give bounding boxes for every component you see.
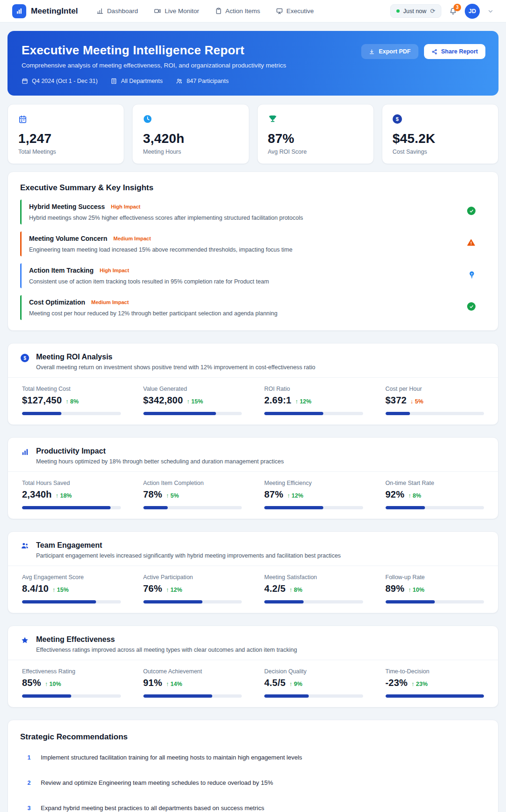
hero-banner: Executive Meeting Intelligence Report Co…: [7, 31, 499, 96]
metric-label: Meeting Satisfaction: [264, 574, 363, 581]
nav-action-items[interactable]: Action Items: [215, 7, 260, 15]
chevron-down-icon[interactable]: [487, 8, 494, 15]
progress-track: [386, 600, 484, 603]
stat-value: 87%: [268, 131, 363, 146]
progress-track: [22, 506, 121, 509]
metric-delta: ↑ 15%: [187, 398, 203, 405]
nav-live-monitor[interactable]: Live Monitor: [154, 7, 199, 15]
metric-delta: ↑ 14%: [166, 681, 182, 687]
progress-fill: [386, 412, 410, 415]
section-title: Meeting Effectiveness: [36, 635, 297, 644]
metric-value: 78%: [143, 489, 163, 500]
video-icon: [154, 7, 161, 15]
sync-status[interactable]: Just now ⟳: [390, 4, 441, 18]
bar-chart-icon: [20, 448, 30, 465]
stat-value: 1,247: [18, 131, 113, 146]
insight-description: Hybrid meetings show 25% higher effectiv…: [29, 215, 303, 221]
star-icon: [20, 636, 30, 653]
clipboard-icon: [215, 7, 222, 15]
metric-delta: ↑ 9%: [289, 681, 302, 687]
progress-track: [386, 412, 484, 415]
metric-value: 87%: [264, 489, 283, 500]
impact-badge: Medium Impact: [113, 236, 151, 241]
nav-label: Action Items: [225, 7, 260, 15]
metric-delta: ↑ 5%: [166, 492, 179, 499]
metric-meeting-efficiency: Meeting Efficiency 87%↑ 12%: [264, 480, 363, 509]
progress-fill: [22, 506, 111, 509]
sync-label: Just now: [403, 8, 426, 15]
stat-meeting-hours: 3,420h Meeting Hours: [132, 104, 249, 164]
stat-label: Meeting Hours: [143, 149, 238, 155]
insight-description: Meeting cost per hour reduced by 12% thr…: [29, 310, 277, 317]
stat-label: Avg ROI Score: [268, 149, 363, 155]
insight-description: Consistent use of action item tracking t…: [29, 278, 269, 285]
roi-analysis-section: $ Meeting ROI Analysis Overall meeting r…: [7, 343, 499, 425]
section-description: Meeting hours optimized by 18% through b…: [36, 458, 284, 465]
team-engagement-section: Team Engagement Participant engagement l…: [7, 531, 499, 613]
progress-fill: [22, 600, 96, 603]
metric-delta: ↑ 15%: [52, 587, 69, 593]
app-logo-icon: [12, 4, 26, 18]
metric-value: 91%: [143, 678, 163, 688]
hero-actions: Export PDF Share Report: [361, 44, 485, 59]
notification-badge: 3: [454, 4, 461, 11]
section-description: Participant engagement levels increased …: [36, 552, 341, 559]
metric-label: Meeting Efficiency: [264, 480, 363, 486]
metric-value: $342,800: [143, 395, 183, 406]
warning-icon: [467, 238, 476, 247]
metric-delta: ↑ 12%: [166, 587, 182, 593]
nav-dashboard[interactable]: Dashboard: [97, 7, 138, 15]
stat-value: $45.2K: [393, 131, 488, 146]
calendar-icon: [22, 78, 28, 84]
section-title: Executive Summary & Key Insights: [20, 183, 486, 193]
progress-track: [143, 694, 242, 698]
insight-title: Cost Optimization: [29, 298, 85, 306]
stat-label: Total Meetings: [18, 149, 113, 155]
metric-label: Avg Engagement Score: [22, 574, 121, 581]
notifications-button[interactable]: 3: [449, 7, 457, 15]
metric-value: 2,340h: [22, 489, 52, 500]
nav-executive[interactable]: Executive: [276, 7, 314, 15]
metric-label: Action Item Completion: [143, 480, 242, 486]
avatar[interactable]: JD: [465, 4, 480, 19]
metric-label: Total Hours Saved: [22, 480, 121, 486]
stat-avg-roi: 87% Avg ROI Score: [257, 104, 374, 164]
hero-meta: Q4 2024 (Oct 1 - Dec 31) All Departments…: [22, 78, 484, 84]
progress-fill: [22, 412, 61, 415]
section-description: Effectiveness ratings improved across al…: [36, 647, 297, 653]
progress-fill: [264, 506, 323, 509]
recommendation-item: 2 Review and optimize Engineering team m…: [20, 773, 486, 792]
meta-label: 847 Participants: [186, 78, 229, 84]
metric-value: $372: [386, 395, 407, 406]
metric-delta: ↑ 12%: [295, 398, 312, 405]
refresh-icon: ⟳: [430, 7, 435, 15]
metric-label: Effectiveness Rating: [22, 668, 121, 675]
lightbulb-icon: [468, 270, 476, 279]
insight-meeting-volume-concern: Meeting Volume Concern Medium Impact Eng…: [20, 231, 486, 256]
progress-fill: [143, 694, 212, 698]
export-pdf-button[interactable]: Export PDF: [361, 44, 418, 59]
metric-value: 2.69:1: [264, 395, 291, 406]
metric-delta: ↑ 12%: [287, 492, 304, 499]
check-circle-icon: [467, 207, 476, 215]
productivity-impact-section: Productivity Impact Meeting hours optimi…: [7, 437, 499, 519]
metric-total-meeting-cost: Total Meeting Cost $127,450↑ 8%: [22, 386, 121, 415]
progress-track: [22, 412, 121, 415]
progress-track: [22, 694, 121, 698]
progress-track: [264, 600, 363, 603]
brand[interactable]: MeetingIntel: [12, 4, 78, 18]
insight-title: Action Item Tracking: [29, 267, 94, 274]
insight-cost-optimization: Cost Optimization Medium Impact Meeting …: [20, 295, 486, 320]
share-report-button[interactable]: Share Report: [424, 44, 486, 59]
progress-track: [264, 694, 363, 698]
metric-delta: ↑ 23%: [411, 681, 428, 687]
online-dot-icon: [396, 9, 400, 13]
section-title: Strategic Recommendations: [20, 732, 486, 742]
metric-label: Value Generated: [143, 386, 242, 392]
metric-delta: ↑ 10%: [45, 681, 61, 687]
meta-departments: All Departments: [111, 78, 163, 84]
meta-label: Q4 2024 (Oct 1 - Dec 31): [32, 78, 97, 84]
metric-label: Cost per Hour: [386, 386, 484, 392]
section-title: Meeting ROI Analysis: [36, 353, 315, 361]
metric-label: ROI Ratio: [264, 386, 363, 392]
